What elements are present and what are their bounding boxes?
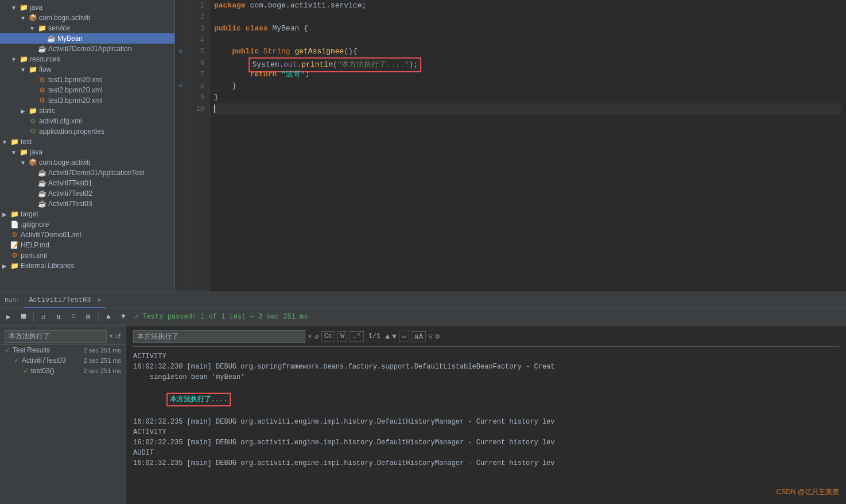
sidebar-item-com-boge[interactable]: ▼ 📦 com.boge.activiti <box>0 13 174 23</box>
sidebar-item-test01[interactable]: ☕ Activiti7Test01 <box>0 178 174 188</box>
console-line-activity1: ACTIVITY <box>133 351 839 362</box>
pass-text: ✓ Tests passed: 1 of 1 test – 2 sec 251 … <box>134 312 308 321</box>
code-gutter: ◇ ◇ <box>175 0 187 292</box>
xml-icon-test2: ⚙ <box>37 86 47 94</box>
gutter-10 <box>175 103 186 115</box>
sidebar-item-test02[interactable]: ☕ Activiti7Test02 <box>0 188 174 199</box>
code-line-9: } <box>214 92 841 103</box>
test-item-test03[interactable]: ✓ test03() 2 sec 251 ms <box>0 366 126 376</box>
test-item-results[interactable]: ✓ Test Results 2 sec 251 ms <box>0 345 126 355</box>
gutter-8: ◇ <box>175 80 186 92</box>
gutter-6 <box>175 57 186 69</box>
arrow-flow: ▼ <box>18 67 28 73</box>
sidebar-item-iml[interactable]: ⚙ Activiti7Demo01.iml <box>0 230 174 240</box>
code-line-7: return "波哥"; <box>214 69 841 80</box>
console-output: × ↺ Cc W .* 1/1 ▲ ▼ ⇔ aA ▽ ⚙ ACTIVITY 16… <box>126 325 846 504</box>
gutter-1 <box>175 0 186 11</box>
sidebar-item-pom[interactable]: ⚙ pom.xml <box>0 250 174 261</box>
match-case-btn[interactable]: aA <box>412 331 426 342</box>
sidebar-item-app[interactable]: ☕ Activiti7Demo01Application <box>0 44 174 54</box>
sidebar-label-extlibs: External Libraries <box>21 262 170 270</box>
sidebar-label-help: HELP.md <box>21 241 170 249</box>
sidebar-label-target: target <box>21 210 170 218</box>
test-check-activiti7: ✓ <box>14 356 20 365</box>
sidebar-label-gitignore: .gitignore <box>21 220 170 228</box>
run-tab-active[interactable]: Activiti7Test03 × <box>24 292 105 308</box>
sidebar-label-resources: resources <box>30 55 170 63</box>
ln-5: 5 <box>191 46 204 57</box>
sidebar-item-com-boge-test[interactable]: ▼ 📦 com.boge.activiti <box>0 157 174 168</box>
run-label: Run: <box>5 297 20 304</box>
sidebar-item-apptest[interactable]: ☕ Activiti7Demo01ApplicationTest <box>0 168 174 178</box>
ln-8: 8 <box>191 80 204 92</box>
folder-icon-resources: 📁 <box>18 55 29 63</box>
sidebar-item-app-prop[interactable]: ⚙ application.properties <box>0 126 174 137</box>
sidebar-item-test2-xml[interactable]: ⚙ test2.bpmn20.xml <box>0 85 174 95</box>
sidebar-label-service: service <box>48 24 170 32</box>
filter-btn[interactable]: ≡ <box>67 311 80 323</box>
sort-btn[interactable]: ⇅ <box>52 311 65 323</box>
java-icon-test01: ☕ <box>37 179 47 187</box>
expand-btn[interactable]: ⊞ <box>82 311 95 323</box>
xml-icon-test1: ⚙ <box>37 76 47 84</box>
next-btn[interactable]: ▼ <box>117 311 130 323</box>
sidebar-item-mybean[interactable]: ☕ MyBean <box>0 33 174 44</box>
sidebar-label-test1: test1.bpmn20.xml <box>48 76 170 84</box>
console-search-input[interactable] <box>5 330 107 343</box>
cc-btn[interactable]: Cc <box>321 331 335 342</box>
refresh-icon[interactable]: ↺ <box>115 332 121 340</box>
sidebar-item-test1-xml[interactable]: ⚙ test1.bpmn20.xml <box>0 75 174 85</box>
prev-btn[interactable]: ▲ <box>102 311 115 323</box>
toolbar-sep-2 <box>98 312 99 322</box>
sidebar-item-resources[interactable]: ▼ 📁 resources <box>0 54 174 64</box>
prev-match-btn[interactable]: ▲ <box>385 332 390 341</box>
sidebar-label-app: Activiti7Demo01Application <box>48 45 170 53</box>
regex-btn[interactable]: .* <box>350 331 363 342</box>
next-match-btn[interactable]: ▼ <box>392 332 397 341</box>
filter-icon[interactable]: ▽ <box>428 332 433 341</box>
test-item-activiti7test03[interactable]: ✓ Activiti7Test03 2 sec 251 ms <box>0 355 126 366</box>
console-line-debug1: 16:02:32.230 [main] DEBUG org.springfram… <box>133 362 839 372</box>
sidebar-item-activiti-cfg[interactable]: ⚙ activiti.cfg.xml <box>0 116 174 126</box>
wrap-btn[interactable]: ⇔ <box>399 331 409 342</box>
code-editor: ◇ ◇ 1 2 3 4 5 6 7 8 9 10 p <box>175 0 846 292</box>
code-line-5: public String getAssignee(){ <box>214 46 841 57</box>
find-close-icon[interactable]: × <box>308 332 312 341</box>
sidebar-label-com-boge: com.boge.activiti <box>39 14 170 22</box>
test-check-test03: ✓ <box>23 367 29 375</box>
file-tree[interactable]: ▼ 📁 java ▼ 📦 com.boge.activiti ▼ 📁 servi… <box>0 0 175 292</box>
run-tab-close-btn[interactable]: × <box>98 297 101 304</box>
sidebar-item-gitignore[interactable]: 📄 .gitignore <box>0 219 174 230</box>
gutter-3 <box>175 23 186 34</box>
test-check-results: ✓ <box>5 346 10 354</box>
find-refresh-icon[interactable]: ↺ <box>315 332 319 341</box>
settings-icon[interactable]: ⚙ <box>435 332 440 341</box>
sidebar-item-target[interactable]: ▶ 📁 target <box>0 209 174 219</box>
sidebar-label-test01: Activiti7Test01 <box>48 179 170 187</box>
console-find-input[interactable] <box>133 330 305 343</box>
sidebar-item-java-test[interactable]: ▼ 📁 java <box>0 147 174 157</box>
sidebar-item-test-root[interactable]: ▼ 📁 test <box>0 137 174 147</box>
gutter-2 <box>175 11 186 23</box>
ln-6: 6 <box>191 57 204 69</box>
code-lines[interactable]: package com.boge.activiti.service; publi… <box>209 0 846 292</box>
sidebar-item-help[interactable]: 📝 HELP.md <box>0 240 174 250</box>
folder-icon-java: 📁 <box>18 3 29 11</box>
run-play-btn[interactable]: ▶ <box>2 311 15 323</box>
sidebar-item-service[interactable]: ▼ 📁 service <box>0 23 174 33</box>
prop-icon: ⚙ <box>28 127 38 135</box>
sidebar-item-flow[interactable]: ▼ 📁 flow <box>0 64 174 75</box>
sidebar-item-extlibs[interactable]: ▶ 📁 External Libraries <box>0 261 174 271</box>
sidebar-item-static[interactable]: ▶ 📁 static <box>0 106 174 116</box>
sidebar-item-java[interactable]: ▼ 📁 java <box>0 2 174 13</box>
rerun-btn[interactable]: ↺ <box>37 311 50 323</box>
w-btn[interactable]: W <box>337 331 347 342</box>
sidebar-item-test3-xml[interactable]: ⚙ test3.bpmn20.xml <box>0 95 174 106</box>
run-stop-btn[interactable]: ⏹ <box>17 311 30 323</box>
ln-3: 3 <box>191 23 204 34</box>
close-search-icon[interactable]: × <box>109 332 113 340</box>
code-line-6: System.out.println("本方法执行了...."); <box>214 57 841 69</box>
sidebar-item-test03[interactable]: ☕ Activiti7Test03 <box>0 199 174 209</box>
console-highlight-text: 本方法执行了.... <box>166 393 231 406</box>
ln-7: 7 <box>191 69 204 80</box>
